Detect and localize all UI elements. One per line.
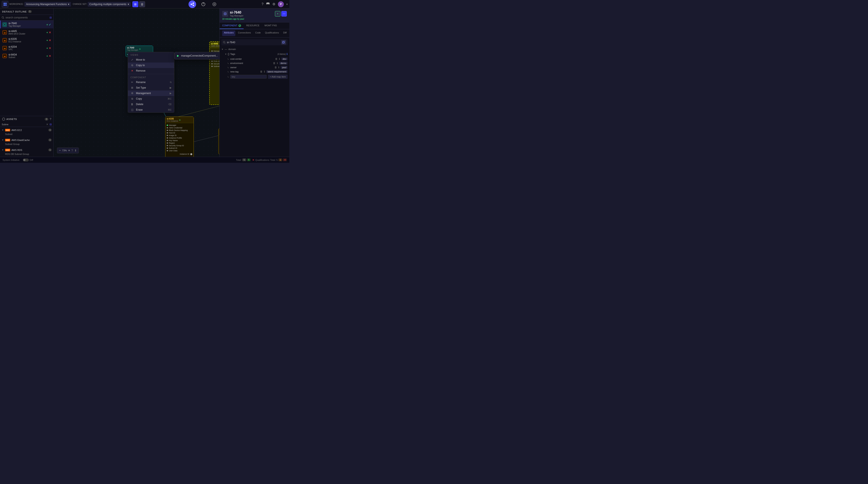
component-item[interactable]: ☁ si-6204 VPC + ✕ <box>0 44 53 52</box>
attribute-search-input[interactable] <box>227 41 280 44</box>
remove-menu-item[interactable]: ✕ Remove <box>128 68 174 73</box>
management-label: Management <box>136 92 151 95</box>
node-vpc[interactable]: si-6204 VPC + Manager AWS Credential Reg… <box>218 128 219 154</box>
workspace-selector[interactable]: Announcing Management Functions ▾ <box>24 2 71 6</box>
monitor-btn[interactable] <box>211 0 218 8</box>
sub-tab-diff[interactable]: Diff <box>281 31 288 36</box>
assets-search-input[interactable] <box>2 123 45 126</box>
tag-info-btn[interactable]: ℹ <box>278 66 279 69</box>
diff-toggle-section[interactable]: Diff <box>23 158 33 161</box>
manage-connected-item[interactable]: ▶ manageConnectedComponent... <box>175 53 219 59</box>
changeset-selector[interactable]: Configuring multiple components ▾ <box>88 2 131 6</box>
zoom-download-btn[interactable]: ⬇ <box>74 149 77 152</box>
diagram-view-btn[interactable] <box>188 0 196 8</box>
sub-tab-qualifications[interactable]: Qualifications <box>263 31 281 36</box>
component-type: AWS EKS Cluster <box>8 33 45 35</box>
rp-add-btn[interactable]: + <box>275 11 280 17</box>
assets-clear-btn[interactable]: ✕ <box>46 123 48 126</box>
delete-menu-item[interactable]: 🗑 Delete ⌫ <box>128 101 174 107</box>
tab-component[interactable]: COMPONENT <box>220 23 244 29</box>
error-action-btn[interactable]: ✕ <box>49 31 51 34</box>
tag-key: new-tag <box>230 70 259 73</box>
sub-tab-connections[interactable]: Connections <box>236 31 252 36</box>
tag-delete-btn[interactable]: 🗑 <box>273 62 276 65</box>
filter-icon[interactable]: ⊟ <box>50 16 52 19</box>
discord-icon[interactable] <box>266 2 270 6</box>
node-body: Manager AWS Credential Block Device Mapp… <box>165 123 194 157</box>
component-actions: + ✕ <box>46 47 51 50</box>
sub-tab-code[interactable]: Code <box>253 31 262 36</box>
component-name: si-7640 <box>8 22 45 25</box>
tag-delete-btn[interactable]: 🗑 <box>260 70 262 73</box>
asset-item[interactable]: Subnet <box>0 132 53 136</box>
tab-resource[interactable]: RESOURCE <box>244 23 262 29</box>
asset-group-header[interactable]: ▼ aws AWS ElastiCache 1 <box>0 138 53 142</box>
zoom-controls: − 73% + ? ⬇ <box>57 148 79 153</box>
assets-filter-icon[interactable]: ⊟ <box>50 123 52 126</box>
asset-item[interactable]: RDS DB Subnet Group <box>0 152 53 156</box>
rename-menu-item[interactable]: ✏ Rename N <box>128 80 174 85</box>
add-action-btn[interactable]: + <box>46 38 48 42</box>
3d-view-btn[interactable] <box>281 40 286 44</box>
component-item[interactable]: ☁ si-4445 AWS EKS Cluster + ✕ <box>0 28 53 36</box>
tag-delete-btn[interactable]: 🗑 <box>275 57 278 60</box>
add-action-btn[interactable]: + <box>46 23 48 26</box>
svg-line-14 <box>3 18 4 19</box>
user-avatar[interactable]: P <box>278 1 284 7</box>
tag-info-btn[interactable]: ℹ <box>264 70 265 73</box>
tag-info-btn[interactable]: ℹ <box>277 62 278 65</box>
copy-to-menu-item[interactable]: ⧉ Copy to <box>128 62 174 68</box>
component-search-input[interactable] <box>5 16 48 19</box>
avatar-dropdown[interactable]: ▾ <box>286 3 288 6</box>
node-ec2[interactable]: si-6335 EC2 Instance + Manager AWS Crede… <box>165 117 194 157</box>
assets-help-btn[interactable]: ? <box>50 117 51 121</box>
erase-menu-item[interactable]: ◫ Erase ⌘E <box>128 107 174 113</box>
node-error-section: ✕ <box>211 85 219 88</box>
select-tool-btn[interactable]: ⊞ <box>132 1 138 7</box>
check-action-btn[interactable]: ✓ <box>49 23 51 26</box>
component-item[interactable]: si-7640 Tag Manager + ✓ <box>0 21 53 28</box>
tag-info-btn[interactable]: ℹ <box>279 57 280 60</box>
node-expand-btn[interactable]: + <box>179 118 181 122</box>
error-action-btn[interactable]: ✕ <box>49 38 51 42</box>
sub-tab-attributes[interactable]: Attributes <box>222 31 235 36</box>
move-to-menu-item[interactable]: ⤢ Move to <box>128 57 174 62</box>
add-map-item-btn[interactable]: + Add map item <box>268 74 288 79</box>
tag-delete-btn[interactable]: 🗑 <box>275 66 277 69</box>
analyze-btn[interactable] <box>199 0 207 8</box>
zoom-help-btn[interactable]: ? <box>71 149 73 152</box>
settings-icon[interactable]: ⚙ <box>272 2 275 6</box>
copy-menu-item[interactable]: ⧉ Copy ⌘C <box>128 96 174 101</box>
port-dot <box>211 63 213 64</box>
node-expand-btn[interactable]: + <box>139 47 141 51</box>
error-action-btn[interactable]: ✕ <box>49 54 51 58</box>
output-port: Cluster ARN ⬤ <box>211 73 219 76</box>
rp-more-btn[interactable]: ⋯ <box>281 11 287 17</box>
asset-group-header[interactable]: ▼ aws AWS RDS 1 <box>0 148 53 152</box>
domain-section[interactable]: ▼ — domain <box>221 47 288 51</box>
zoom-in-btn[interactable]: + <box>68 149 70 152</box>
add-action-btn[interactable]: + <box>46 54 48 58</box>
add-action-btn[interactable]: + <box>46 47 48 50</box>
tags-info-icon[interactable]: ℹ <box>286 53 288 56</box>
canvas[interactable]: si-7640 Tag Manager + ◆ Manager si-4445 … <box>54 8 219 157</box>
node-eks-cluster[interactable]: si-4445 AWS EKS Cluster: 0 + Manager AWS… <box>209 41 219 105</box>
asset-group-header[interactable]: ▼ aws AWS EC2 1 <box>0 128 53 132</box>
diff-toggle[interactable] <box>23 158 29 161</box>
component-item[interactable]: ☁ si-6335 EC2 Instance + ✕ <box>0 36 53 44</box>
error-action-btn[interactable]: ✕ <box>49 47 51 50</box>
component-item[interactable]: ☁ si-8434 Subnet + ✕ <box>0 52 53 60</box>
help-icon[interactable]: ? <box>261 2 264 6</box>
asset-item[interactable]: Subnet Group <box>0 142 53 146</box>
outline-title: DEFAULT OUTLINE <box>2 10 27 13</box>
set-type-menu-item[interactable]: ⊞ Set Type ▶ <box>128 85 174 90</box>
add-action-btn[interactable]: + <box>46 31 48 34</box>
new-key-input[interactable] <box>230 75 267 79</box>
diff-thumb <box>23 159 25 161</box>
tab-mgmt-fns[interactable]: MGMT FNS <box>262 23 279 29</box>
management-menu-item[interactable]: ⚙ Management ▶ <box>128 90 174 96</box>
tag-value: paul <box>281 66 288 69</box>
zoom-out-btn[interactable]: − <box>59 149 61 152</box>
group-arrow-icon: ▼ <box>2 139 4 141</box>
delete-changeset-btn[interactable]: 🗑 <box>139 1 145 7</box>
